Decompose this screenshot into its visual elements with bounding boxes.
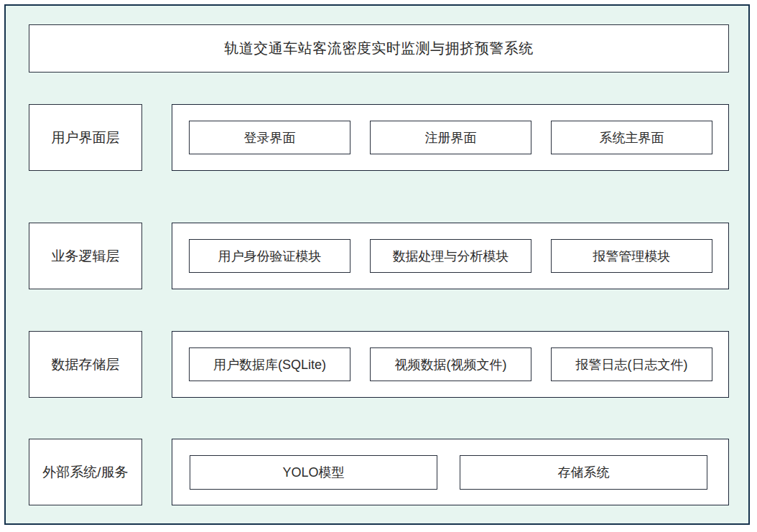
diagram-canvas: 轨道交通车站客流密度实时监测与拥挤预警系统 用户界面层 登录界面 注册界面 系统… (0, 0, 757, 532)
module-box-auth: 用户身份验证模块 (189, 239, 350, 273)
layer-label-external: 外部系统/服务 (29, 439, 142, 505)
layer-modules-container-business: 用户身份验证模块 数据处理与分析模块 报警管理模块 (172, 223, 729, 289)
layer-label-text: 用户界面层 (52, 129, 120, 147)
layer-label-storage: 数据存储层 (29, 331, 142, 398)
system-title-box: 轨道交通车站客流密度实时监测与拥挤预警系统 (29, 24, 729, 73)
module-box-yolo-model: YOLO模型 (190, 455, 437, 490)
layer-modules-container-storage: 用户数据库(SQLite) 视频数据(视频文件) 报警日志(日志文件) (172, 331, 729, 398)
layer-row-external: 外部系统/服务 YOLO模型 存储系统 (6, 439, 748, 505)
system-architecture-frame: 轨道交通车站客流密度实时监测与拥挤预警系统 用户界面层 登录界面 注册界面 系统… (4, 4, 750, 525)
module-box-login: 登录界面 (189, 121, 350, 154)
module-box-data-processing: 数据处理与分析模块 (370, 239, 531, 273)
layer-modules-container-external: YOLO模型 存储系统 (172, 439, 729, 505)
module-box-user-database: 用户数据库(SQLite) (189, 347, 350, 381)
layer-label-business: 业务逻辑层 (29, 223, 142, 289)
system-title: 轨道交通车站客流密度实时监测与拥挤预警系统 (224, 39, 534, 58)
module-box-register: 注册界面 (370, 121, 531, 154)
module-box-storage-system: 存储系统 (460, 455, 707, 490)
module-box-alarm-management: 报警管理模块 (551, 239, 712, 273)
layer-label-text: 外部系统/服务 (42, 463, 128, 482)
layer-row-storage: 数据存储层 用户数据库(SQLite) 视频数据(视频文件) 报警日志(日志文件… (6, 331, 748, 398)
layer-row-ui: 用户界面层 登录界面 注册界面 系统主界面 (6, 104, 748, 171)
module-box-video-data: 视频数据(视频文件) (370, 347, 531, 381)
module-box-main-ui: 系统主界面 (551, 121, 712, 154)
layer-label-text: 数据存储层 (52, 355, 120, 374)
layer-label-text: 业务逻辑层 (52, 247, 120, 266)
module-box-alarm-log: 报警日志(日志文件) (551, 347, 712, 381)
layer-row-business: 业务逻辑层 用户身份验证模块 数据处理与分析模块 报警管理模块 (6, 223, 748, 289)
layer-modules-container-ui: 登录界面 注册界面 系统主界面 (172, 104, 729, 171)
layer-label-ui: 用户界面层 (29, 104, 142, 171)
